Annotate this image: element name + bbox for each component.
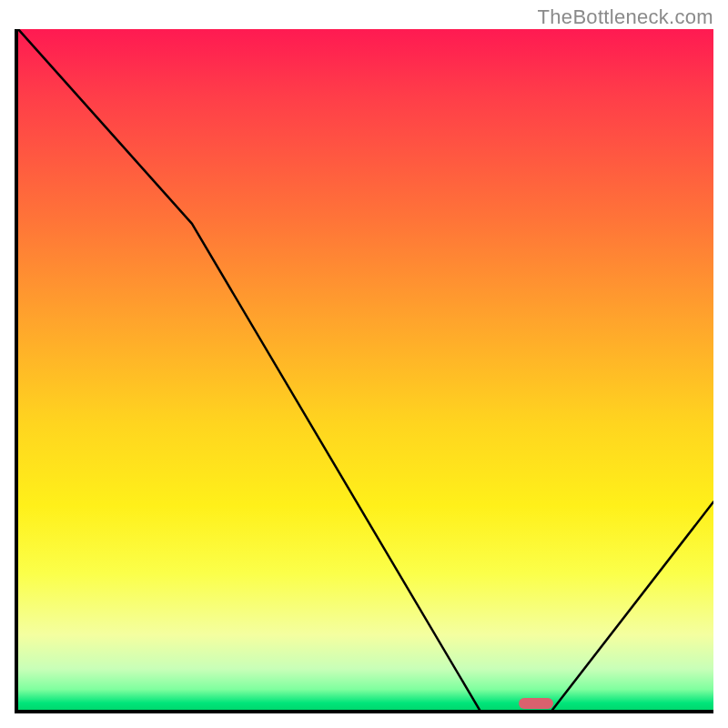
curve-svg: [18, 29, 713, 713]
bottleneck-chart: TheBottleneck.com: [0, 0, 728, 728]
bottleneck-curve-path: [18, 29, 713, 713]
watermark-label: TheBottleneck.com: [538, 5, 713, 29]
plot-area: [15, 29, 713, 713]
optimum-marker: [519, 698, 553, 709]
